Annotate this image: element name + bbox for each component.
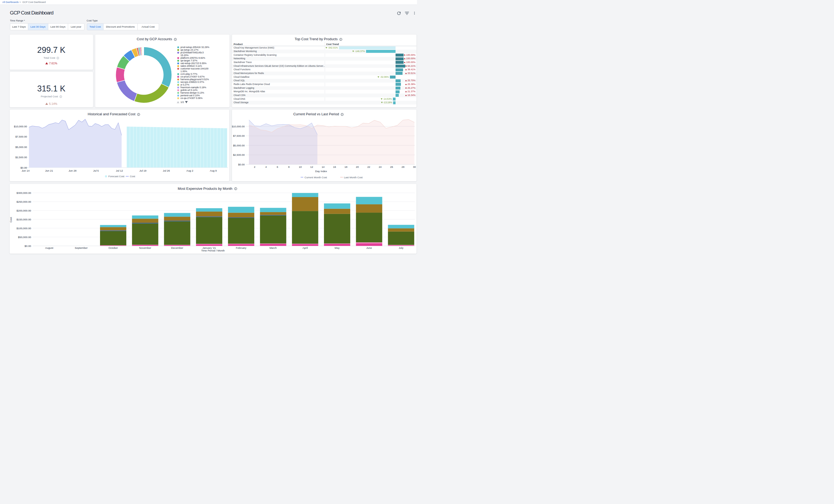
svg-text:Last Month Cost: Last Month Cost [344,176,363,179]
svg-text:Jun 14: Jun 14 [22,169,30,172]
svg-text:Day Index: Day Index [315,170,327,173]
svg-text:$0.00: $0.00 [20,166,27,169]
svg-text:$5,000.00: $5,000.00 [233,144,245,147]
svg-text:June: June [366,247,372,249]
svg-text:December: December [171,247,183,249]
svg-text:6: 6 [277,166,278,168]
svg-text:28: 28 [401,166,404,168]
svg-text:18: 18 [344,166,347,168]
svg-text:Jul 26: Jul 26 [163,169,170,172]
svg-text:$10,000.00: $10,000.00 [232,125,245,128]
svg-text:Forecast Cost: Forecast Cost [108,175,125,178]
svg-text:16: 16 [333,166,336,168]
svg-text:Aug 2: Aug 2 [186,169,193,172]
svg-text:August: August [45,247,53,249]
svg-text:Jun 21: Jun 21 [45,169,53,172]
svg-text:Time Period / Month: Time Period / Month [201,249,225,252]
svg-text:30: 30 [413,166,416,168]
svg-text:4: 4 [265,166,267,168]
svg-text:October: October [109,247,118,249]
svg-text:$5,000.00: $5,000.00 [15,146,27,149]
svg-text:$7,500.00: $7,500.00 [15,135,27,138]
svg-text:$200,000.00: $200,000.00 [17,209,31,212]
svg-text:12: 12 [310,166,313,168]
svg-text:Current Month Cost: Current Month Cost [304,176,327,179]
svg-text:Jun 28: Jun 28 [69,169,77,172]
svg-text:July: July [399,247,403,249]
svg-text:$10,000.00: $10,000.00 [14,125,27,128]
svg-text:24: 24 [379,166,381,168]
svg-text:November: November [139,247,152,249]
svg-text:Cost: Cost [10,217,12,222]
svg-text:$250,000.00: $250,000.00 [17,200,31,203]
svg-text:20: 20 [356,166,359,168]
svg-text:$2,500.00: $2,500.00 [233,153,245,156]
svg-text:10: 10 [299,166,302,168]
svg-text:22: 22 [367,166,370,168]
svg-text:$100,000.00: $100,000.00 [17,227,31,230]
svg-text:September: September [75,247,88,249]
svg-text:14: 14 [322,166,325,168]
svg-text:$2,500.00: $2,500.00 [15,156,27,159]
svg-text:Cost: Cost [130,175,135,178]
svg-text:$150,000.00: $150,000.00 [17,218,31,221]
svg-text:Jul 12: Jul 12 [116,169,123,172]
svg-text:$0.00: $0.00 [25,244,31,247]
svg-text:26: 26 [390,166,393,168]
svg-text:Jul 19: Jul 19 [139,169,147,172]
svg-text:April: April [303,247,308,249]
svg-text:8: 8 [288,166,290,168]
svg-text:$50,000.00: $50,000.00 [18,236,31,239]
svg-text:Aug 9: Aug 9 [210,169,217,172]
svg-text:February: February [236,247,246,249]
svg-text:2: 2 [254,166,255,168]
svg-text:May: May [335,247,340,249]
svg-text:March: March [269,247,277,249]
svg-text:$300,000.00: $300,000.00 [17,192,31,194]
svg-text:$7,500.00: $7,500.00 [233,134,245,137]
svg-text:Jul 5: Jul 5 [93,169,99,172]
svg-text:$0.00: $0.00 [238,163,245,166]
